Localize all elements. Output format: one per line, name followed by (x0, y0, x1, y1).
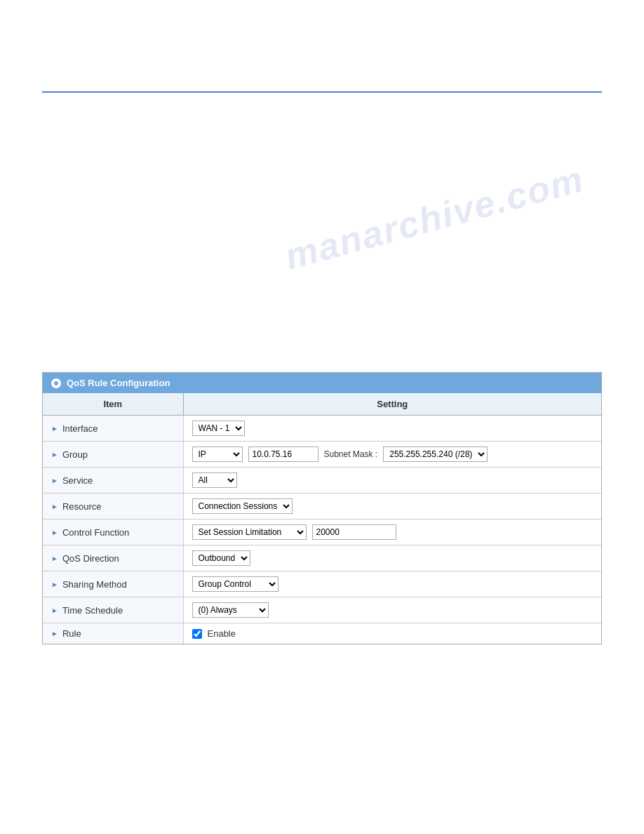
row-label-cell: ►Group (43, 442, 183, 468)
select-interface[interactable]: WAN - 1WAN - 2LAN (192, 421, 245, 436)
row-arrow-icon: ► (51, 529, 58, 536)
row-setting-cell: Set Session LimitationSet Bandwidth Limi… (183, 519, 601, 545)
top-border (42, 91, 602, 93)
row-arrow-icon: ► (51, 503, 58, 510)
ip-value-input[interactable] (248, 446, 318, 462)
row-label-text: Group (62, 449, 88, 460)
row-label-cell: ►Time Schedule (43, 597, 183, 623)
table-row: ►ServiceAllHTTPFTPSMTP (43, 468, 601, 494)
row-label-cell: ►Control Function (43, 519, 183, 545)
row-label-cell: ►Interface (43, 416, 183, 442)
row-label-text: QoS Direction (62, 553, 119, 564)
subnet-mask-label: Subnet Mask : (324, 449, 378, 459)
row-label-text: Service (62, 475, 93, 486)
row-arrow-icon: ► (51, 630, 58, 637)
row-arrow-icon: ► (51, 477, 58, 484)
row-setting-cell: Connection SessionsBandwidth (183, 494, 601, 519)
panel-title: QoS Rule Configuration (67, 378, 170, 388)
table-row: ►GroupIPMACDomainSubnet Mask :255.255.25… (43, 442, 601, 468)
select-time-schedule[interactable]: (0) Always(1) Schedule 1(2) Schedule 2 (192, 602, 269, 618)
table-row: ►QoS DirectionOutboundInbound (43, 545, 601, 571)
select-service[interactable]: AllHTTPFTPSMTP (192, 472, 237, 488)
row-label-text: Sharing Method (62, 579, 127, 590)
row-label-text: Rule (62, 628, 81, 639)
rule-enable-checkbox[interactable] (192, 629, 202, 639)
row-arrow-icon: ► (51, 425, 58, 432)
row-label-cell: ►Rule (43, 623, 183, 644)
row-setting-cell: Enable (183, 623, 601, 644)
row-setting-cell: (0) Always(1) Schedule 1(2) Schedule 2 (183, 597, 601, 623)
row-label-text: Control Function (62, 527, 129, 538)
row-label-cell: ►QoS Direction (43, 545, 183, 571)
control-function-input[interactable] (312, 524, 396, 540)
table-row: ►Sharing MethodGroup ControlIndividual C… (43, 571, 601, 597)
qos-rule-panel: QoS Rule Configuration Item Setting ►Int… (42, 372, 602, 644)
table-row: ►ResourceConnection SessionsBandwidth (43, 494, 601, 519)
col-header-item: Item (43, 393, 183, 416)
col-header-setting: Setting (183, 393, 601, 416)
row-label-cell: ►Service (43, 468, 183, 494)
rule-enable-label: Enable (208, 628, 236, 639)
row-setting-cell: AllHTTPFTPSMTP (183, 468, 601, 494)
panel-icon (51, 378, 61, 388)
config-table: Item Setting ►InterfaceWAN - 1WAN - 2LAN… (43, 393, 601, 644)
row-label-text: Resource (62, 501, 102, 512)
table-header-row: Item Setting (43, 393, 601, 416)
row-setting-cell: IPMACDomainSubnet Mask :255.255.255.240 … (183, 442, 601, 468)
row-label-text: Time Schedule (62, 605, 123, 616)
row-setting-cell: Group ControlIndividual Control (183, 571, 601, 597)
table-row: ►Control FunctionSet Session LimitationS… (43, 519, 601, 545)
panel-header: QoS Rule Configuration (43, 373, 601, 393)
select-sharing-method[interactable]: Group ControlIndividual Control (192, 576, 279, 592)
row-setting-cell: OutboundInbound (183, 545, 601, 571)
row-label-cell: ►Resource (43, 494, 183, 519)
watermark: manarchive.com (280, 157, 588, 277)
select-qos-direction[interactable]: OutboundInbound (192, 550, 250, 566)
row-arrow-icon: ► (51, 607, 58, 614)
row-label-text: Interface (62, 423, 98, 434)
row-label-cell: ►Sharing Method (43, 571, 183, 597)
group-ip-type-select[interactable]: IPMACDomain (192, 446, 243, 462)
row-arrow-icon: ► (51, 581, 58, 588)
row-setting-cell: WAN - 1WAN - 2LAN (183, 416, 601, 442)
row-arrow-icon: ► (51, 555, 58, 562)
table-row: ►RuleEnable (43, 623, 601, 644)
table-row: ►InterfaceWAN - 1WAN - 2LAN (43, 416, 601, 442)
row-arrow-icon: ► (51, 451, 58, 458)
table-row: ►Time Schedule(0) Always(1) Schedule 1(2… (43, 597, 601, 623)
control-function-select[interactable]: Set Session LimitationSet Bandwidth Limi… (192, 524, 307, 540)
subnet-mask-select[interactable]: 255.255.255.240 (/28)255.255.255.0 (/24)… (383, 446, 488, 462)
select-resource[interactable]: Connection SessionsBandwidth (192, 498, 293, 514)
